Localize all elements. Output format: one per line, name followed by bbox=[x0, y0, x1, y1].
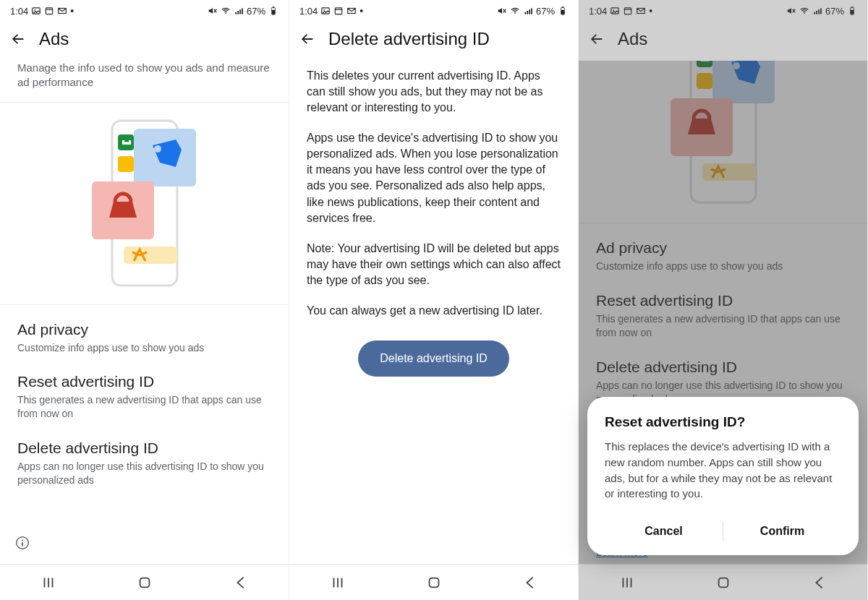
more-icon: • bbox=[359, 6, 363, 16]
delete-id-button[interactable]: Delete advertising ID bbox=[358, 340, 509, 377]
svg-rect-35 bbox=[531, 9, 532, 14]
page-title: Delete advertising ID bbox=[328, 29, 490, 49]
battery-icon bbox=[268, 6, 278, 16]
screen-delete-id: 1:04 • 67% Delete advertising ID This de… bbox=[289, 0, 579, 600]
mute-icon bbox=[497, 6, 507, 16]
paragraph: This deletes your current advertising ID… bbox=[289, 68, 578, 116]
signal-icon bbox=[523, 6, 533, 16]
svg-rect-37 bbox=[561, 10, 564, 14]
signal-icon bbox=[234, 6, 244, 16]
nav-recent-icon[interactable] bbox=[41, 575, 56, 591]
svg-point-22 bbox=[22, 539, 23, 541]
body: Manage the info used to show you ads and… bbox=[0, 61, 289, 564]
svg-rect-27 bbox=[336, 8, 342, 14]
dialog-text: This replaces the device's advertising I… bbox=[605, 439, 841, 502]
nav-recent-icon[interactable] bbox=[330, 575, 346, 591]
illustration bbox=[0, 103, 289, 305]
item-delete-id[interactable]: Delete advertising ID Apps can no longer… bbox=[0, 424, 289, 490]
wifi-icon bbox=[221, 6, 231, 16]
svg-rect-38 bbox=[562, 7, 563, 7]
dialog-title: Reset advertising ID? bbox=[605, 414, 841, 430]
nav-back-icon[interactable] bbox=[233, 575, 249, 591]
svg-rect-23 bbox=[22, 542, 23, 547]
back-icon[interactable] bbox=[10, 31, 26, 47]
calendar-icon bbox=[333, 6, 344, 16]
more-icon: • bbox=[70, 6, 74, 16]
item-subtitle: This generates a new advertising ID that… bbox=[17, 393, 271, 421]
gmail-icon bbox=[57, 6, 67, 16]
battery-icon bbox=[558, 6, 568, 16]
paragraph: You can always get a new advertising ID … bbox=[289, 303, 578, 319]
mute-icon bbox=[208, 6, 218, 16]
status-bar: 1:04 • 67% bbox=[0, 0, 289, 22]
item-title: Reset advertising ID bbox=[17, 373, 271, 390]
svg-rect-8 bbox=[237, 11, 239, 14]
nav-home-icon[interactable] bbox=[426, 575, 442, 591]
status-time: 1:04 bbox=[10, 6, 28, 17]
status-time: 1:04 bbox=[299, 6, 318, 17]
nav-bar bbox=[289, 564, 578, 600]
status-battery: 67% bbox=[247, 6, 265, 17]
svg-rect-7 bbox=[235, 12, 237, 14]
svg-rect-24 bbox=[140, 578, 149, 587]
item-subtitle: Apps can no longer use this advertising … bbox=[17, 460, 271, 487]
svg-rect-39 bbox=[429, 578, 438, 587]
svg-rect-9 bbox=[239, 9, 241, 14]
picture-icon bbox=[31, 6, 41, 16]
status-battery: 67% bbox=[536, 6, 555, 17]
item-title: Delete advertising ID bbox=[17, 440, 271, 457]
paragraph: Apps use the device's advertising ID to … bbox=[289, 130, 578, 226]
calendar-icon bbox=[44, 6, 54, 16]
reset-dialog: Reset advertising ID? This replaces the … bbox=[587, 397, 859, 555]
wifi-icon bbox=[510, 6, 520, 16]
header: Delete advertising ID bbox=[289, 22, 578, 61]
svg-rect-16 bbox=[118, 156, 134, 172]
nav-bar bbox=[0, 564, 289, 600]
svg-point-31 bbox=[514, 13, 516, 14]
body: This deletes your current advertising ID… bbox=[289, 61, 578, 564]
confirm-button[interactable]: Confirm bbox=[723, 518, 841, 545]
svg-point-26 bbox=[324, 9, 326, 11]
item-reset-id[interactable]: Reset advertising ID This generates a ne… bbox=[0, 357, 289, 424]
page-description: Manage the info used to show you ads and… bbox=[0, 61, 289, 102]
svg-point-18 bbox=[154, 145, 161, 153]
dialog-actions: Cancel Confirm bbox=[605, 518, 841, 545]
svg-rect-20 bbox=[124, 247, 177, 264]
nav-back-icon[interactable] bbox=[522, 575, 538, 591]
svg-rect-2 bbox=[46, 8, 53, 14]
svg-rect-12 bbox=[272, 10, 275, 14]
svg-rect-32 bbox=[524, 12, 526, 14]
nav-home-icon[interactable] bbox=[137, 575, 153, 591]
cancel-button[interactable]: Cancel bbox=[605, 518, 723, 545]
back-icon[interactable] bbox=[299, 31, 315, 47]
svg-point-6 bbox=[225, 13, 226, 14]
status-bar: 1:04 • 67% bbox=[289, 0, 578, 22]
svg-rect-33 bbox=[527, 11, 528, 14]
item-ad-privacy[interactable]: Ad privacy Customize info apps use to sh… bbox=[0, 305, 289, 358]
page-title: Ads bbox=[39, 29, 69, 49]
screen-ads: 1:04 • 67% Ads Manage the info used to s… bbox=[0, 0, 289, 600]
info-icon[interactable] bbox=[14, 535, 30, 551]
svg-rect-34 bbox=[529, 9, 530, 14]
svg-point-1 bbox=[35, 9, 36, 11]
item-subtitle: Customize info apps use to show you ads bbox=[17, 341, 271, 355]
picture-icon bbox=[320, 6, 331, 16]
item-title: Ad privacy bbox=[17, 321, 271, 338]
header: Ads bbox=[0, 22, 289, 61]
paragraph: Note: Your advertising ID will be delete… bbox=[289, 241, 578, 288]
gmail-icon bbox=[346, 6, 357, 16]
svg-rect-13 bbox=[273, 7, 274, 7]
svg-rect-10 bbox=[242, 9, 243, 14]
screen-ads-dialog: 1:04 • 67% Ads bbox=[579, 0, 868, 600]
